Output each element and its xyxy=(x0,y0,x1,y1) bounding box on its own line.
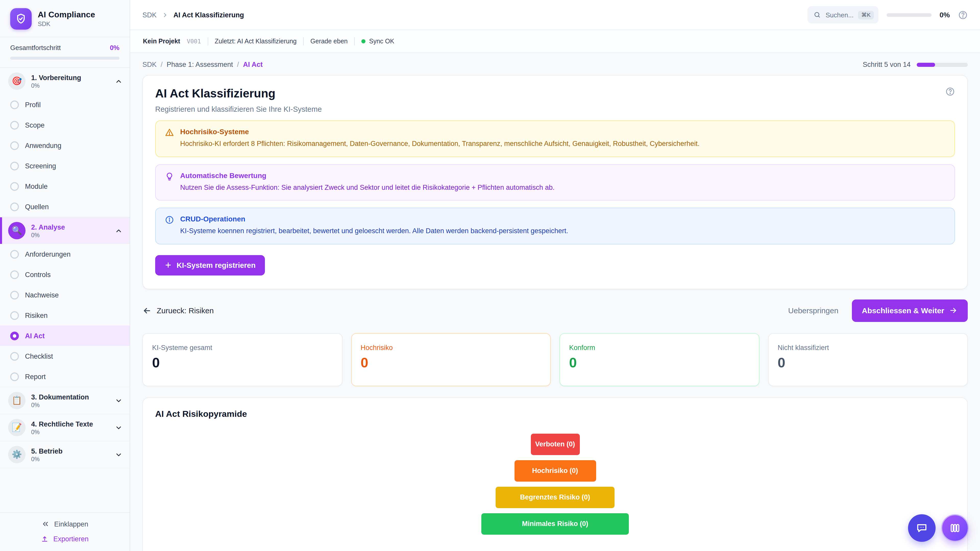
stat-value: 0 xyxy=(569,355,749,371)
section-header-betrieb[interactable]: ⚙️ 5. Betrieb 0% xyxy=(0,441,130,468)
memo-icon: 📝 xyxy=(8,419,25,436)
columns-icon xyxy=(949,522,961,534)
search-shortcut-kbd: ⌘K xyxy=(858,11,874,19)
sidebar-item-label: Profil xyxy=(25,101,41,108)
topbar: SDK AI Act Klassifizierung Suchen... ⌘K xyxy=(130,0,980,30)
sidebar-item-report[interactable]: Report xyxy=(0,366,130,387)
overall-progress: Gesamtfortschritt 0% xyxy=(0,37,130,67)
ai-act-card: AI Act Klassifizierung Registrieren und … xyxy=(142,75,968,289)
sidebar-item-checklist[interactable]: Checklist xyxy=(0,346,130,366)
radio-icon xyxy=(10,372,19,381)
sidebar-item-quellen[interactable]: Quellen xyxy=(0,197,130,217)
pyramid-level-verboten: Verboten (0) xyxy=(531,433,579,455)
alert-automatische-bewertung: Automatische Bewertung Nutzen Sie die As… xyxy=(155,164,955,200)
breadcrumb-current: AI Act Klassifizierung xyxy=(173,11,244,19)
section-title: 1. Vorbereitung xyxy=(31,74,109,81)
section-header-analyse[interactable]: 🔍 2. Analyse 0% xyxy=(0,218,130,244)
section-header-rechtliche-texte[interactable]: 📝 4. Rechtliche Texte 0% xyxy=(0,414,130,441)
sidebar-item-scope[interactable]: Scope xyxy=(0,115,130,135)
topbar-progress-track xyxy=(886,13,932,17)
radio-icon xyxy=(10,311,19,320)
page-subtitle: Registrieren und klassifizieren Sie Ihre… xyxy=(155,105,322,113)
sidebar-item-anwendung[interactable]: Anwendung xyxy=(0,135,130,156)
floating-buttons xyxy=(908,514,969,542)
sidebar-item-module[interactable]: Module xyxy=(0,176,130,197)
export-button[interactable]: Exportieren xyxy=(10,535,119,543)
panel-fab-button[interactable] xyxy=(941,514,969,542)
register-ki-system-button[interactable]: KI-System registrieren xyxy=(155,255,265,275)
sidebar-item-risiken[interactable]: Risiken xyxy=(0,305,130,326)
risk-pyramid-card: AI Act Risikopyramide Verboten (0) Hochr… xyxy=(142,397,968,551)
sidebar-nav: 🎯 1. Vorbereitung 0% Profil Scope xyxy=(0,67,130,512)
section-title: 3. Dokumentation xyxy=(31,393,109,401)
gear-icon: ⚙️ xyxy=(8,446,25,463)
stat-card-konform: Konform 0 xyxy=(559,333,759,386)
sidebar-item-anforderungen[interactable]: Anforderungen xyxy=(0,244,130,264)
statusbar: Kein Projekt V001 Zuletzt: AI Act Klassi… xyxy=(130,30,980,53)
breadcrumb: SDK AI Act Klassifizierung xyxy=(142,11,244,19)
search-input[interactable]: Suchen... ⌘K xyxy=(808,6,878,24)
back-button[interactable]: Zurueck: Risiken xyxy=(142,306,213,315)
breadcrumb-root[interactable]: SDK xyxy=(142,11,157,19)
overall-progress-track xyxy=(10,57,119,60)
back-button-label: Zurueck: Risiken xyxy=(157,306,213,315)
radio-icon xyxy=(10,250,19,259)
sidebar-item-label: Quellen xyxy=(25,203,49,210)
arrow-right-icon xyxy=(949,306,958,315)
sidebar-item-controls[interactable]: Controls xyxy=(0,264,130,285)
overall-progress-value: 0% xyxy=(110,44,119,52)
finish-next-label: Abschliessen & Weiter xyxy=(862,306,944,315)
radio-icon xyxy=(10,162,19,170)
sidebar-item-profil[interactable]: Profil xyxy=(0,94,130,115)
chevron-down-icon xyxy=(115,397,123,404)
stat-value: 0 xyxy=(152,355,332,371)
pyramid-level-minimales-risiko: Minimales Risiko (0) xyxy=(481,513,629,534)
clipboard-icon: 📋 xyxy=(8,392,25,409)
sidebar-item-label: Anforderungen xyxy=(25,250,71,258)
collapse-sidebar-button[interactable]: Einklappen xyxy=(10,520,119,528)
sidebar-item-label: Screening xyxy=(25,162,56,170)
chevron-down-icon xyxy=(115,424,123,431)
alert-body: KI-Systeme koennen registriert, bearbeit… xyxy=(180,226,568,236)
section-title: 2. Analyse xyxy=(31,223,109,231)
sidebar-item-screening[interactable]: Screening xyxy=(0,156,130,176)
sidebar-item-label: Checklist xyxy=(25,352,53,360)
sync-ok-dot-icon xyxy=(361,39,366,43)
divider xyxy=(207,37,208,45)
app-root: AI Compliance SDK Gesamtfortschritt 0% 🎯… xyxy=(0,0,980,551)
step-progress-track xyxy=(917,62,968,67)
alert-hochrisiko: Hochrisiko-Systeme Hochrisiko-KI erforde… xyxy=(155,121,955,157)
sidebar-item-label: Controls xyxy=(25,271,51,278)
alert-title: Automatische Bewertung xyxy=(180,171,555,179)
last-action-text: Zuletzt: AI Act Klassifizierung xyxy=(215,38,297,45)
topbar-progress-value: 0% xyxy=(940,11,950,19)
step-progress-fill xyxy=(917,62,935,67)
alert-body: Nutzen Sie die Assess-Funktion: Sie anal… xyxy=(180,183,555,192)
help-icon[interactable] xyxy=(958,10,968,20)
app-header: AI Compliance SDK xyxy=(0,0,130,37)
section-header-vorbereitung[interactable]: 🎯 1. Vorbereitung 0% xyxy=(0,68,130,94)
chat-fab-button[interactable] xyxy=(908,514,935,542)
pyramid-title: AI Act Risikopyramide xyxy=(155,409,955,419)
stat-value: 0 xyxy=(778,355,958,371)
section-header-dokumentation[interactable]: 📋 3. Dokumentation 0% xyxy=(0,387,130,414)
sidebar-footer: Einklappen Exportieren xyxy=(0,512,130,551)
section-percent: 0% xyxy=(31,83,109,89)
card-help-icon[interactable] xyxy=(945,87,955,97)
sidebar-item-label: Anwendung xyxy=(25,141,62,149)
page-breadcrumb-root[interactable]: SDK xyxy=(142,61,157,68)
chevron-down-icon xyxy=(115,451,123,458)
section-dokumentation: 📋 3. Dokumentation 0% xyxy=(0,387,130,414)
sidebar-item-ai-act[interactable]: AI Act xyxy=(0,326,130,346)
stat-label: Hochrisiko xyxy=(361,344,541,351)
sidebar-item-nachweise[interactable]: Nachweise xyxy=(0,285,130,305)
sidebar-item-label: Risiken xyxy=(25,311,48,319)
pyramid-level-hochrisiko: Hochrisiko (0) xyxy=(514,460,596,481)
finish-next-button[interactable]: Abschliessen & Weiter xyxy=(852,299,968,322)
stat-label: KI-Systeme gesamt xyxy=(152,344,332,351)
page-breadcrumb-phase[interactable]: Phase 1: Assessment xyxy=(167,61,233,68)
chevron-up-icon xyxy=(115,77,123,85)
skip-button[interactable]: Ueberspringen xyxy=(788,306,838,315)
stat-card-gesamt: KI-Systeme gesamt 0 xyxy=(142,333,342,386)
radio-icon xyxy=(10,141,19,150)
